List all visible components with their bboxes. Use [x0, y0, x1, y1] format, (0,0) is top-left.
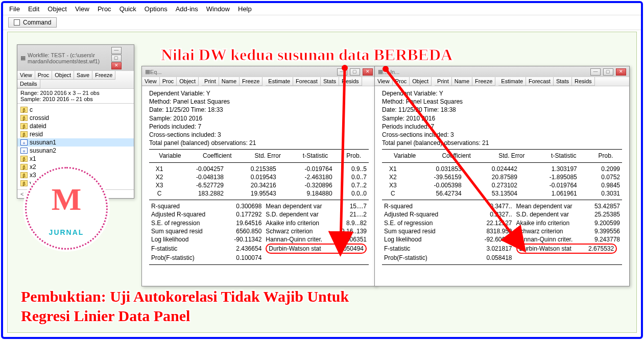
eq2-close[interactable]: ✕: [616, 68, 626, 76]
menu-options[interactable]: Options: [145, 5, 168, 13]
wf-object[interactable]: Object: [52, 71, 74, 80]
eq2-toolbar: ViewProcObjectPrintNameFreezeEstimateFor…: [375, 77, 629, 86]
var-icon: ≡: [20, 148, 28, 154]
var-icon: β: [20, 156, 28, 162]
sample-text: Sample: 2010 2016 -- 21 obs: [20, 96, 131, 102]
equation-window-1: ▦ Eq... — ▢ ✕ ViewProcObjectPrintNameFre…: [141, 66, 376, 286]
eq-btn-forecast[interactable]: Forecast: [293, 77, 321, 86]
eq1-output: Dependent Variable: YMethod: Panel Least…: [142, 86, 376, 269]
var-label: dateid: [30, 123, 46, 130]
annotation-bottom: Pembuktian: Uji Autokorelasi Tidak Wajib…: [21, 287, 349, 325]
command-row: Command: [3, 15, 641, 30]
var-icon: β: [20, 123, 28, 129]
var-icon: β: [20, 107, 28, 113]
var-label: x1: [30, 155, 36, 162]
eq2-titlebar[interactable]: ▦ ..:Un... — ▢ ✕: [375, 66, 629, 77]
eq2-max[interactable]: ▢: [603, 68, 613, 76]
durbin-watson-highlight: Durbin-Watson stat 2.050494: [266, 244, 367, 254]
eq-btn-name[interactable]: Name: [452, 77, 472, 86]
workfile-icon: ▦: [20, 55, 26, 61]
eq1-max[interactable]: ▢: [350, 68, 360, 76]
eq-btn-stats[interactable]: Stats: [321, 77, 339, 86]
wf-proc[interactable]: Proc: [35, 71, 53, 80]
durbin-watson-highlight: Durbin-Watson stat 2.675532: [516, 244, 617, 254]
menu-proc[interactable]: Proc: [98, 5, 111, 13]
eq-btn-object[interactable]: Object: [410, 77, 432, 86]
equation-window-2: ▦ ..:Un... — ▢ ✕ ViewProcObjectPrintName…: [374, 66, 630, 286]
window-controls: — ▢ ✕: [110, 46, 131, 69]
command-button[interactable]: Command: [8, 17, 57, 28]
mjurnal-logo: M JURNAL: [23, 165, 110, 252]
eq1-title-text: Eq...: [150, 69, 162, 75]
var-label: c: [30, 106, 33, 113]
wf-save[interactable]: Save: [74, 71, 92, 80]
menu-addins[interactable]: Add-ins: [176, 5, 198, 13]
workfile-ranges: Range: 2010 2016 x 3 -- 21 obs Sample: 2…: [17, 89, 134, 104]
command-label: Command: [23, 19, 51, 26]
eq-btn-proc[interactable]: Proc: [160, 77, 177, 86]
app-frame: File Edit Object View Proc Quick Options…: [1, 1, 643, 339]
var-icon: ≡: [20, 139, 28, 145]
var-label: x2: [30, 163, 36, 171]
minimize-button[interactable]: —: [111, 47, 122, 54]
eq-icon: ▦: [145, 68, 150, 75]
workfile-title-text: Workfile: TEST - (c:\users\r mardani\doc…: [28, 52, 106, 64]
eq1-min[interactable]: —: [337, 68, 347, 76]
eq-btn-forecast[interactable]: Forecast: [526, 77, 554, 86]
eq1-toolbar: ViewProcObjectPrintNameFreezeEstimateFor…: [142, 77, 376, 86]
wf-details[interactable]: Details: [17, 80, 40, 88]
eq-btn-print[interactable]: Print: [435, 77, 452, 86]
wf-freeze[interactable]: Freeze: [92, 71, 115, 80]
var-item-x1[interactable]: βx1: [17, 155, 134, 163]
eq-btn-estimate[interactable]: Estimate: [498, 77, 526, 86]
var-item-resid[interactable]: βresid: [17, 130, 134, 138]
eq-btn-estimate[interactable]: Estimate: [266, 77, 293, 86]
menu-file[interactable]: File: [9, 5, 20, 13]
menu-edit[interactable]: Edit: [28, 5, 39, 13]
eq-btn-view[interactable]: View: [142, 77, 160, 86]
var-icon: β: [20, 164, 28, 170]
eq2-title-text: ..:Un...: [383, 69, 399, 75]
eq-btn-object[interactable]: Object: [177, 77, 199, 86]
eq2-output: Dependent Variable: YMethod: Panel Least…: [375, 86, 629, 269]
menu-object[interactable]: Object: [47, 5, 67, 13]
eq-icon: ▦: [378, 68, 383, 75]
var-label: susunan1: [30, 139, 56, 146]
workfile-titlebar[interactable]: ▦ Workfile: TEST - (c:\users\r mardani\d…: [17, 45, 134, 71]
var-item-dateid[interactable]: βdateid: [17, 122, 134, 130]
menu-view[interactable]: View: [75, 5, 89, 13]
eq-btn-freeze[interactable]: Freeze: [240, 77, 263, 86]
eq-btn-resids[interactable]: Resids: [572, 77, 595, 86]
var-label: resid: [30, 131, 43, 138]
eq2-min[interactable]: —: [590, 68, 601, 76]
workspace: ▦ Workfile: TEST - (c:\users\r mardani\d…: [7, 32, 637, 333]
eq-btn-resids[interactable]: Resids: [339, 77, 362, 86]
eq-btn-proc[interactable]: Proc: [393, 77, 410, 86]
menu-help[interactable]: Help: [238, 5, 252, 13]
maximize-button[interactable]: ▢: [111, 55, 122, 62]
eq-btn-freeze[interactable]: Freeze: [472, 77, 495, 86]
var-label: crossid: [30, 114, 49, 122]
menu-quick[interactable]: Quick: [120, 5, 136, 13]
var-icon: β: [20, 172, 28, 178]
var-label: susunan2: [30, 147, 56, 154]
eq-btn-view[interactable]: View: [375, 77, 393, 86]
var-item-crossid[interactable]: βcrossid: [17, 114, 134, 122]
eq1-titlebar[interactable]: ▦ Eq... — ▢ ✕: [142, 66, 376, 77]
menubar: File Edit Object View Proc Quick Options…: [3, 3, 641, 15]
command-icon: [14, 19, 20, 26]
menu-window[interactable]: Window: [206, 5, 230, 13]
eq1-close[interactable]: ✕: [363, 68, 373, 76]
annotation-title: Nilai DW kedua susunan data BERBEDA: [161, 45, 452, 64]
var-item-c[interactable]: βc: [17, 106, 134, 114]
workfile-toolbar: View Proc Object Save Freeze Details: [17, 71, 134, 89]
wf-view[interactable]: View: [17, 71, 35, 80]
var-icon: β: [20, 131, 28, 137]
eq-btn-print[interactable]: Print: [202, 77, 219, 86]
eq-btn-name[interactable]: Name: [219, 77, 240, 86]
range-text: Range: 2010 2016 x 3 -- 21 obs: [20, 90, 131, 96]
var-item-susunan1[interactable]: ≡susunan1: [17, 138, 134, 147]
eq-btn-stats[interactable]: Stats: [554, 77, 572, 86]
close-button[interactable]: ✕: [111, 62, 122, 69]
var-item-susunan2[interactable]: ≡susunan2: [17, 147, 134, 155]
